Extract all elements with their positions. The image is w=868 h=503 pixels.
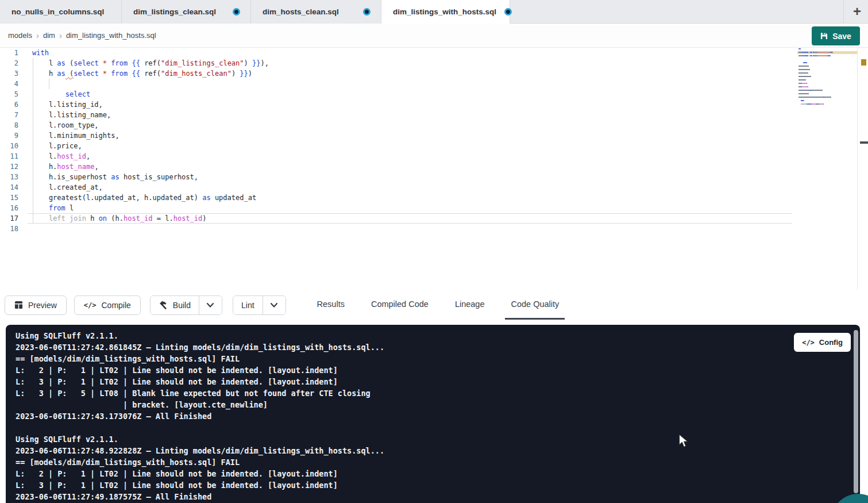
code-line: 9 l.minimum_nights, [0,130,868,141]
code-line: 10 l.price, [0,141,868,151]
breadcrumb-bar: models › dim › dim_listings_with_hosts.s… [0,24,868,48]
preview-button[interactable]: Preview [5,295,67,315]
tab-label: Code Quality [511,300,559,309]
line-number: 3 [0,68,25,79]
file-tab-label: no_nulls_in_columns.sql [11,7,104,16]
save-button[interactable]: Save [812,26,860,45]
minimap[interactable] [798,48,840,123]
tab-bar-spacer: + [510,0,868,23]
sql-code-editor[interactable]: 1with2 l as (select * from {{ ref("dim_l… [0,48,868,290]
compile-button[interactable]: </> Compile [74,295,141,315]
lint-label: Lint [241,301,254,310]
indent-guide [49,79,49,89]
overview-ruler-cursor-marker [860,141,868,144]
breadcrumb: models › dim › dim_listings_with_hosts.s… [8,30,156,40]
indent-guide [33,58,33,224]
code-line: 12 h.host_name, [0,162,868,172]
line-number: 8 [0,120,25,130]
chevron-right-icon: › [59,30,62,40]
build-split-button: Build [150,295,222,315]
code-line: 4 [0,79,868,89]
terminal-line: 2023-06-06T11:27:42.861845Z — Linting mo… [16,341,860,353]
breadcrumb-dim[interactable]: dim [43,31,55,40]
code-line: 1with [0,48,868,58]
line-number: 15 [0,193,25,203]
line-number: 10 [0,141,25,151]
code-line: 11 l.host_id, [0,151,868,162]
line-number: 16 [0,203,25,213]
lint-output-terminal[interactable]: Using SQLFluff v2.1.1.2023-06-06T11:27:4… [6,325,860,503]
file-tab-label: dim_listings_clean.sql [133,7,216,16]
tab-lineage[interactable]: Lineage [449,290,491,320]
code-lines: 1with2 l as (select * from {{ ref("dim_l… [0,48,868,234]
code-line: 8 l.room_type, [0,120,868,130]
line-number: 14 [0,182,25,193]
tab-label: Results [317,300,345,309]
breadcrumb-file: dim_listings_with_hosts.sql [66,31,156,40]
new-tab-button[interactable]: + [847,2,867,21]
terminal-line: 2023-06-06T11:27:43.173076Z — All Finish… [16,410,860,422]
terminal-line: == [models/dim/dim_listings_with_hosts.s… [16,456,860,468]
file-tab-dim-listings-clean[interactable]: dim_listings_clean.sql [122,0,251,24]
editor-scrollbar-track[interactable] [857,48,858,290]
line-number: 5 [0,89,25,99]
build-dropdown-button[interactable] [199,296,222,314]
terminal-line: 2023-06-06T11:27:49.187575Z — All Finish… [16,491,860,502]
line-number: 18 [0,224,25,234]
terminal-line: L: 3 | P: 1 | LT02 | Line should not be … [16,376,860,387]
compile-label: Compile [101,301,130,310]
config-label: Config [819,338,843,347]
chevron-right-icon: › [36,30,39,40]
terminal-line: L: 3 | P: 5 | LT08 | Blank line expected… [16,387,860,399]
overview-ruler-warning-marker [861,59,866,66]
breadcrumb-models[interactable]: models [8,31,32,40]
terminal-line: L: 2 | P: 1 | LT02 | Line should not be … [16,468,860,479]
file-tab-dim-listings-with-hosts[interactable]: dim_listings_with_hosts.sql [381,0,510,24]
line-number: 9 [0,130,25,141]
terminal-output: Using SQLFluff v2.1.1.2023-06-06T11:27:4… [6,325,860,502]
table-icon [14,301,23,309]
code-line: 7 l.listing_name, [0,110,868,120]
code-icon: </> [84,301,97,309]
terminal-line: 2023-06-06T11:27:48.922828Z — Linting mo… [16,445,860,456]
config-button[interactable]: </> Config [794,333,851,352]
code-line: 5 select [0,89,868,99]
code-line: 3 h as (select * from {{ ref("dim_hosts_… [0,68,868,79]
code-icon: </> [802,339,815,347]
code-line: 13 h.is_superhost as host_is_superhost, [0,172,868,182]
tab-bar-divider [843,0,844,24]
file-tab-dim-hosts-clean[interactable]: dim_hosts_clean.sql [251,0,381,24]
code-line: 2 l as (select * from {{ ref("dim_listin… [0,58,868,68]
terminal-line: | bracket. [layout.cte_newline] [16,399,860,410]
code-line: 16 from l [0,203,868,213]
terminal-line: L: 3 | P: 1 | LT02 | Line should not be … [16,479,860,491]
unsaved-changes-icon [363,8,371,16]
code-line: 14 l.created_at, [0,182,868,193]
terminal-line: Using SQLFluff v2.1.1. [16,433,860,445]
line-number: 13 [0,172,25,182]
file-tab-label: dim_hosts_clean.sql [263,7,339,16]
tab-label: Compiled Code [371,300,429,309]
terminal-scrollbar[interactable] [854,330,858,493]
tab-compiled-code[interactable]: Compiled Code [365,290,434,320]
terminal-line: L: 2 | P: 1 | LT02 | Line should not be … [16,364,860,376]
line-number: 6 [0,99,25,110]
tab-label: Lineage [455,300,485,309]
line-number: 2 [0,58,25,68]
code-line: 17 left join h on (h.host_id = l.host_id… [0,213,868,224]
tab-results[interactable]: Results [311,290,350,320]
lint-button[interactable]: Lint [233,296,263,314]
tab-code-quality[interactable]: Code Quality [505,290,565,320]
code-line: 15 greatest(l.updated_at, h.updated_at) … [0,193,868,203]
code-line: 6 l.listing_id, [0,99,868,110]
preview-label: Preview [28,301,57,310]
unsaved-changes-icon [233,8,240,16]
chevron-down-icon [207,303,214,308]
floppy-disk-icon [820,32,828,40]
file-tab-no-nulls-in-columns[interactable]: no_nulls_in_columns.sql [0,0,122,24]
lint-dropdown-button[interactable] [263,296,286,314]
line-number: 17 [0,213,25,224]
build-button[interactable]: Build [151,296,199,314]
line-number: 12 [0,162,25,172]
hammer-icon [159,301,168,310]
